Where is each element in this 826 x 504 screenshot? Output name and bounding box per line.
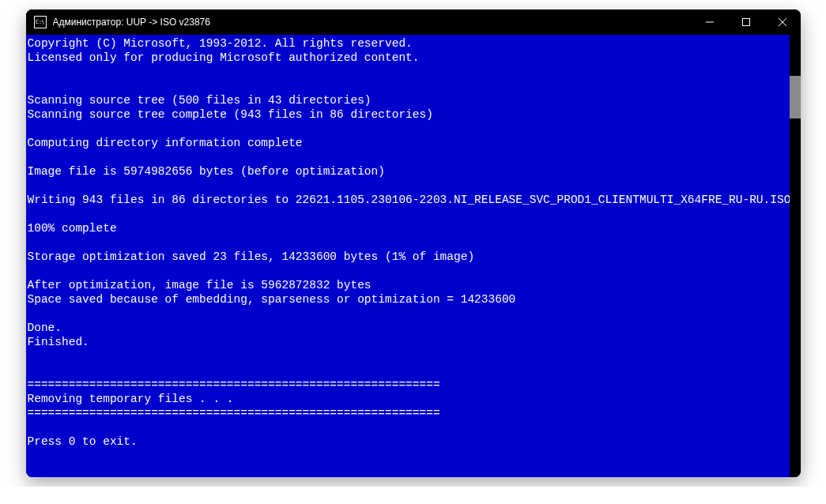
console-line (28, 79, 801, 93)
window-controls (692, 9, 801, 35)
close-button[interactable] (764, 9, 801, 35)
scrollbar-track[interactable] (790, 35, 801, 477)
console-line: 100% complete (28, 221, 801, 235)
console-line: After optimization, image file is 596287… (28, 278, 801, 292)
console-line (28, 122, 801, 136)
console-line: ========================================… (28, 378, 801, 392)
console-line: Storage optimization saved 23 files, 142… (28, 250, 801, 264)
title-prefix: Администратор: (53, 17, 126, 28)
console-line (28, 179, 801, 193)
console-line (28, 363, 801, 378)
title-main: UUP -> ISO v23876 (126, 17, 210, 28)
maximize-icon (742, 18, 750, 26)
console-line (28, 207, 801, 221)
console-output[interactable]: Copyright (C) Microsoft, 1993-2012. All … (26, 35, 801, 477)
console-line: Done. (28, 321, 801, 335)
titlebar: C:\ Администратор: UUP -> ISO v23876 (26, 9, 801, 35)
console-line: Image file is 5974982656 bytes (before o… (28, 164, 801, 179)
scrollbar-thumb[interactable] (790, 76, 801, 118)
console-line (28, 65, 801, 79)
minimize-icon (706, 18, 714, 26)
console-line: Scanning source tree complete (943 files… (28, 107, 801, 122)
svg-rect-1 (742, 19, 749, 26)
console-line: Removing temporary files . . . (28, 392, 801, 406)
console-line: Computing directory information complete (28, 136, 801, 150)
console-line (28, 235, 801, 250)
minimize-button[interactable] (692, 9, 728, 35)
console-line: Copyright (C) Microsoft, 1993-2012. All … (28, 36, 801, 51)
console-line: Writing 943 files in 86 directories to 2… (28, 193, 801, 207)
console-line (28, 349, 801, 363)
console-line: Finished. (28, 335, 801, 349)
console-line (28, 420, 801, 434)
close-icon (779, 18, 786, 26)
console-line: ========================================… (28, 406, 801, 420)
console-line: Scanning source tree (500 files in 43 di… (28, 93, 801, 107)
console-line: Licensed only for producing Microsoft au… (28, 51, 801, 65)
window-title: Администратор: UUP -> ISO v23876 (53, 17, 692, 28)
console-line (28, 150, 801, 164)
console-line (28, 307, 801, 321)
maximize-button[interactable] (728, 9, 764, 35)
console-line: Space saved because of embedding, sparse… (28, 292, 801, 307)
console-window: C:\ Администратор: UUP -> ISO v23876 Cop… (26, 9, 801, 477)
console-line: Press 0 to exit. (28, 434, 801, 449)
console-app-icon: C:\ (34, 16, 47, 28)
console-line (28, 264, 801, 278)
